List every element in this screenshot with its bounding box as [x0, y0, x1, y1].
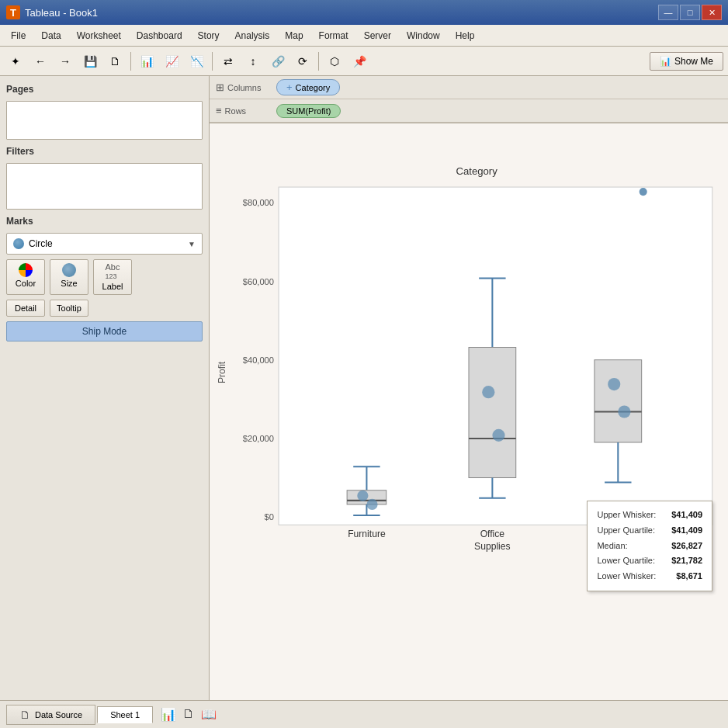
- show-me-label: Show Me: [674, 56, 713, 67]
- svg-point-39: [608, 378, 620, 390]
- menu-data[interactable]: Data: [33, 28, 68, 43]
- tooltip-label: Tooltip: [57, 303, 81, 313]
- tooltip-lower-quartile: Lower Quartile: $21,782: [597, 553, 702, 569]
- toolbar-refresh[interactable]: ⟳: [292, 50, 314, 72]
- tooltip-upper-whisker: Upper Whisker: $41,409: [597, 508, 702, 523]
- svg-point-20: [357, 491, 368, 501]
- chart-title: Category: [456, 165, 497, 177]
- tooltip-upper-whisker-label: Upper Whisker:: [597, 508, 656, 523]
- datasource-icon: 🗋: [19, 709, 30, 721]
- menu-story[interactable]: Story: [190, 28, 227, 43]
- svg-text:Office: Office: [480, 529, 505, 539]
- toolbar-pin[interactable]: 📌: [348, 50, 370, 72]
- menu-window[interactable]: Window: [399, 28, 448, 43]
- menu-dashboard[interactable]: Dashboard: [129, 28, 190, 43]
- marks-label-button[interactable]: Abc123 Label: [93, 259, 132, 295]
- size-icon: [62, 263, 76, 277]
- marks-detail-button[interactable]: Detail: [6, 300, 45, 317]
- marks-tooltip-button[interactable]: Tooltip: [50, 300, 88, 317]
- toolbar-separator-1: [130, 52, 131, 71]
- chart-canvas: Category $80,000 $60,000 $40,000 $20,000…: [210, 123, 728, 700]
- columns-pill-label: Category: [296, 83, 331, 92]
- tooltip-lower-quartile-value: $21,782: [671, 553, 702, 569]
- chart-area: ⊞ Columns + Category ≡ Rows SUM(Profit): [210, 76, 728, 700]
- svg-point-33: [640, 188, 647, 196]
- new-dashboard-icon[interactable]: 🗋: [182, 707, 195, 722]
- tooltip-lower-quartile-label: Lower Quartile:: [597, 553, 655, 569]
- menu-analysis[interactable]: Analysis: [227, 28, 278, 43]
- ship-mode-button[interactable]: Ship Mode: [6, 321, 203, 341]
- marks-color-button[interactable]: Color: [6, 259, 45, 295]
- svg-text:$20,000: $20,000: [243, 434, 274, 443]
- toolbar-chart2[interactable]: 📈: [161, 50, 182, 72]
- close-button[interactable]: ✕: [702, 5, 722, 20]
- svg-text:Profit: Profit: [217, 361, 227, 383]
- tooltip-median-label: Median:: [597, 539, 627, 554]
- menu-format[interactable]: Format: [311, 28, 356, 43]
- toolbar-swap[interactable]: ⇄: [217, 50, 239, 72]
- label-label: Label: [102, 282, 123, 291]
- tooltip-lower-whisker-label: Lower Whisker:: [597, 569, 656, 584]
- tooltip-box: Upper Whisker: $41,409 Upper Quartile: $…: [587, 501, 712, 591]
- new-sheet-icon[interactable]: 📊: [161, 707, 176, 722]
- svg-point-30: [492, 429, 504, 442]
- marks-size-button[interactable]: Size: [50, 259, 88, 295]
- tooltip-upper-quartile-value: $41,409: [671, 523, 702, 539]
- pages-box: [6, 101, 203, 140]
- sheet1-tab[interactable]: Sheet 1: [97, 706, 153, 723]
- columns-grid-icon: ⊞: [216, 81, 224, 93]
- menu-server[interactable]: Server: [356, 28, 399, 43]
- columns-label: ⊞ Columns: [216, 81, 270, 93]
- filters-box: [6, 163, 203, 210]
- maximize-button[interactable]: □: [680, 5, 700, 20]
- toolbar-sort[interactable]: ↕: [242, 50, 264, 72]
- new-story-icon[interactable]: 📖: [201, 707, 217, 722]
- svg-point-21: [366, 499, 377, 510]
- svg-text:$40,000: $40,000: [243, 355, 274, 365]
- toolbar-chart3[interactable]: 📉: [185, 50, 207, 72]
- minimize-button[interactable]: —: [658, 5, 678, 20]
- columns-shelf: ⊞ Columns + Category: [210, 76, 728, 99]
- toolbar-new[interactable]: ✦: [5, 50, 26, 72]
- rows-pill-label: SUM(Profit): [286, 106, 331, 116]
- marks-buttons-2: Detail Tooltip: [6, 300, 203, 317]
- bottom-icons: 📊 🗋 📖: [161, 707, 217, 722]
- menu-bar: File Data Worksheet Dashboard Story Anal…: [0, 25, 728, 47]
- toolbar-back[interactable]: ←: [29, 50, 51, 72]
- toolbar-connect[interactable]: 🔗: [267, 50, 289, 72]
- toolbar: ✦ ← → 💾 🗋 📊 📈 📉 ⇄ ↕ 🔗 ⟳ ⬡ 📌 📊 Show Me: [0, 47, 728, 76]
- toolbar-forward[interactable]: →: [54, 50, 76, 72]
- toolbar-save[interactable]: 💾: [79, 50, 101, 72]
- svg-text:$80,000: $80,000: [243, 198, 274, 207]
- menu-file[interactable]: File: [3, 28, 33, 43]
- title-bar: T Tableau - Book1 — □ ✕: [0, 0, 728, 25]
- rows-label: ≡ Rows: [216, 105, 270, 116]
- toolbar-chart1[interactable]: 📊: [136, 50, 158, 72]
- menu-help[interactable]: Help: [448, 28, 483, 43]
- main-layout: Pages Filters Marks Circle ▼ Color Size: [0, 76, 728, 700]
- datasource-label: Data Source: [35, 710, 82, 719]
- columns-pill-category[interactable]: + Category: [276, 79, 340, 95]
- marks-dropdown-arrow: ▼: [188, 240, 196, 248]
- toolbar-present[interactable]: ⬡: [324, 50, 345, 72]
- window-controls[interactable]: — □ ✕: [658, 5, 722, 20]
- menu-worksheet[interactable]: Worksheet: [69, 28, 129, 43]
- pages-title: Pages: [6, 82, 203, 96]
- size-label: Size: [61, 279, 77, 288]
- marks-type-label: Circle: [29, 238, 53, 249]
- sheet1-label: Sheet 1: [110, 710, 140, 719]
- toolbar-new-datasource[interactable]: 🗋: [104, 50, 126, 72]
- marks-type-dropdown[interactable]: Circle ▼: [6, 233, 203, 255]
- bottom-bar: 🗋 Data Source Sheet 1 📊 🗋 📖: [0, 700, 728, 728]
- detail-label: Detail: [15, 303, 36, 313]
- svg-text:Supplies: Supplies: [474, 541, 511, 552]
- svg-text:Furniture: Furniture: [348, 529, 386, 539]
- rows-shelf: ≡ Rows SUM(Profit): [210, 99, 728, 123]
- show-me-button[interactable]: 📊 Show Me: [650, 52, 723, 71]
- datasource-tab[interactable]: 🗋 Data Source: [6, 705, 95, 725]
- tooltip-lower-whisker: Lower Whisker: $8,671: [597, 569, 702, 584]
- rows-pill-profit[interactable]: SUM(Profit): [276, 104, 341, 118]
- svg-rect-35: [595, 360, 642, 442]
- svg-text:T: T: [10, 7, 16, 19]
- menu-map[interactable]: Map: [277, 28, 310, 43]
